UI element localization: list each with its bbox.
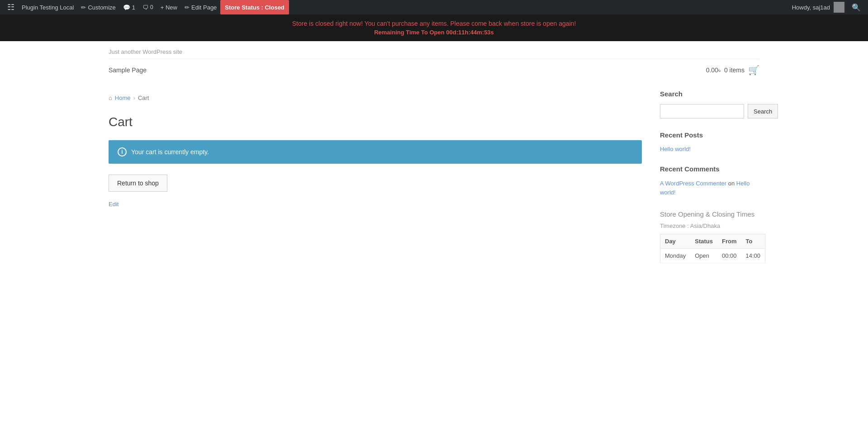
bubble-icon: 💬 [123,4,130,11]
cell-from: 00:00 [717,249,741,263]
comments2-item[interactable]: 🗨 0 [139,0,157,14]
site-header: Just another WordPress site Sample Page … [0,41,868,81]
adminbar-search-icon[interactable]: 🔍 [848,3,864,12]
customize-label: Customize [88,4,115,11]
customize-item[interactable]: ✏ Customize [77,0,119,14]
comment-icon: 🗨 [142,4,148,11]
comments2-count: 0 [150,4,153,10]
recent-post-link[interactable]: Hello world! [660,146,691,152]
list-item: Hello world! [660,145,759,152]
notice-icon: i [118,147,127,156]
cart-empty-text: Your cart is currently empty. [131,148,209,156]
site-name-item[interactable]: Plugin Testing Local [18,0,77,14]
search-button[interactable]: Search [748,104,778,118]
avatar [834,2,844,13]
recent-posts-title: Recent Posts [660,131,759,139]
edit-icon: ✏ [185,4,190,11]
recent-comments-title: Recent Comments [660,165,759,173]
sidebar: Search Search Recent Posts Hello world! … [660,90,759,276]
search-form: Search [660,104,759,118]
store-hours-widget: Store Opening & Closing Times Timezone :… [660,209,759,263]
site-nav: Sample Page 0.00৳ 0 items 🛒 [109,59,759,81]
cart-icon[interactable]: 🛒 [748,65,759,76]
sidebar-search-widget: Search Search [660,90,759,118]
adminbar-right: Howdy, saj1ad 🔍 [792,2,864,13]
store-closed-banner: Store is closed right now! You can't pur… [0,14,868,41]
table-row: Monday Open 00:00 14:00 [660,249,765,263]
edit-link[interactable]: Edit [109,201,642,208]
new-label: + New [161,4,177,11]
col-from: From [717,234,741,249]
new-item[interactable]: + New [157,0,181,14]
site-tagline: Just another WordPress site [109,48,759,55]
breadcrumb-current: Cart [138,95,149,101]
comment-author-link[interactable]: A WordPress Commenter [660,180,726,187]
list-item: A WordPress Commenter on Hello world! [660,179,759,197]
home-icon: ⌂ [109,95,112,101]
recent-posts-widget: Recent Posts Hello world! [660,131,759,152]
search-input[interactable] [660,104,744,118]
howdy-label: Howdy, saj1ad [792,4,830,11]
col-day: Day [660,234,691,249]
comment-on-text: on [728,180,736,187]
pencil-icon: ✏ [81,4,86,11]
store-closed-line2: Remaining Time To Open 00d:11h:44m:53s [9,29,859,36]
wp-icon: ☷ [7,2,14,12]
recent-posts-list: Hello world! [660,145,759,152]
comments-item[interactable]: 💬 1 [119,0,139,14]
site-wrapper: Store is closed right now! You can't pur… [0,14,868,440]
store-status-button[interactable]: Store Status : Closed [220,0,289,14]
search-widget-title: Search [660,90,759,98]
site-name-label: Plugin Testing Local [22,4,74,11]
breadcrumb: ⌂ Home › Cart [109,90,642,101]
cart-empty-notice: i Your cart is currently empty. [109,140,642,164]
nav-sample-page[interactable]: Sample Page [109,66,147,74]
cell-day: Monday [660,249,691,263]
cell-status: Open [690,249,717,263]
main-wrapper: ⌂ Home › Cart Cart i Your cart is curren… [0,81,868,285]
store-closed-line1: Store is closed right now! You can't pur… [9,20,859,27]
return-to-shop-button[interactable]: Return to shop [109,175,167,192]
breadcrumb-separator: › [133,95,135,101]
col-to: To [741,234,765,249]
comments-count: 1 [132,4,135,11]
store-status-label: Store Status : Closed [225,4,284,11]
wp-logo[interactable]: ☷ [4,0,18,14]
cart-info: 0.00৳ 0 items 🛒 [706,65,759,76]
main-content: ⌂ Home › Cart Cart i Your cart is curren… [109,90,642,276]
cart-price: 0.00৳ [706,66,721,74]
edit-page-label: Edit Page [191,4,217,11]
hours-table: Day Status From To Monday Open 00:00 14:… [660,234,765,263]
cell-to: 14:00 [741,249,765,263]
countdown-timer: 00d:11h:44m:53s [446,29,494,36]
col-status: Status [690,234,717,249]
nav-links: Sample Page [109,66,147,74]
timezone-label: Timezone : Asia/Dhaka [660,222,759,229]
cart-count: 0 items [724,66,745,74]
recent-comments-list: A WordPress Commenter on Hello world! [660,179,759,197]
cart-title: Cart [109,115,642,129]
admin-bar: ☷ Plugin Testing Local ✏ Customize 💬 1 🗨… [0,0,868,14]
store-hours-title: Store Opening & Closing Times [660,209,759,219]
remaining-time-prefix: Remaining Time To Open [374,29,446,36]
edit-page-item[interactable]: ✏ Edit Page [181,0,220,14]
recent-comments-widget: Recent Comments A WordPress Commenter on… [660,165,759,197]
breadcrumb-home-link[interactable]: Home [115,95,131,101]
